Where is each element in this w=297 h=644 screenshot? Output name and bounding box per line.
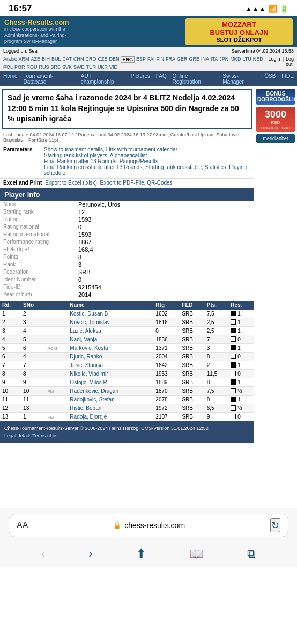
login-links[interactable]: Login | Log out (269, 56, 294, 70)
lang-svk[interactable]: SVK (62, 64, 72, 70)
lang-jpn[interactable]: JPN (219, 56, 228, 63)
starting-rank-link[interactable]: Starting rank list of players (44, 152, 107, 158)
breadcrumb-osb[interactable]: ÖSB (264, 73, 276, 85)
round-cell: 13 (0, 412, 21, 421)
lang-cat[interactable]: CAT (63, 56, 72, 63)
lang-esp[interactable]: ESP (136, 56, 146, 63)
wifi-icon: 📶 (269, 5, 277, 13)
pts-cell: 7,5 (205, 310, 229, 318)
player-name-link[interactable]: Ostojic, Milos R (70, 379, 107, 385)
lang-vie[interactable]: VIE (109, 64, 117, 70)
breadcrumb-swiss-manager[interactable]: Swiss-Manager (222, 73, 258, 85)
lang-ger[interactable]: GER (177, 56, 188, 63)
export-pdf-link[interactable]: Export to PDF-File (100, 180, 144, 186)
lang-srb[interactable]: SRB (51, 64, 61, 70)
lang-rus[interactable]: RUS (39, 64, 49, 70)
server-time: Servertime 04.02.2024 16:58 (232, 48, 294, 54)
lang-fra[interactable]: FRA (166, 56, 175, 63)
forward-button[interactable]: › (88, 547, 92, 561)
player-name-link[interactable]: Radenkovic, Dragan (70, 388, 118, 394)
lang-gre[interactable]: GRE (189, 56, 199, 63)
player-name-link[interactable]: Djuric, Ranko (70, 354, 102, 360)
login-link[interactable]: Login (269, 56, 280, 70)
logout-link[interactable]: Log out (286, 56, 294, 70)
final-ranking-crosstable-link[interactable]: Final Ranking crosstable after 13 Rounds (44, 164, 142, 170)
breadcrumb-aut[interactable]: AUT championship (81, 73, 125, 85)
lang-arabic[interactable]: Arabic (3, 56, 17, 63)
lang-ina[interactable]: INA (201, 56, 209, 63)
player-name-link[interactable]: Radoja, Djordje (70, 414, 107, 420)
lang-pol[interactable]: POL (3, 64, 13, 70)
tournament-calendar-link[interactable]: Link with tournament calendar (106, 147, 177, 152)
ad-side-bonus: BONUS DOBRODOŠLICE (256, 89, 295, 105)
name-cell: Kostic, Dusan B (68, 310, 153, 318)
lang-por[interactable]: POR (14, 64, 25, 70)
export-excel-link[interactable]: Export to Excel (.xlsx) (45, 180, 97, 186)
lang-den[interactable]: DEN (109, 56, 119, 63)
share-button[interactable]: ⬆ (136, 547, 146, 561)
pairings-results-link[interactable]: Pairings/Results (120, 158, 158, 164)
name-cell: Lazic, Aleksa (68, 326, 153, 335)
player-info-row: Points 8 (0, 253, 254, 261)
status-icons: ▲▲▲ 📶 🔋 (245, 5, 288, 13)
footer-legal-link[interactable]: Legal details/Terms of use (4, 433, 61, 438)
lang-ita[interactable]: ITA (211, 56, 218, 63)
statistics-link[interactable]: Statistics (205, 164, 226, 170)
breadcrumb-tournament-database[interactable]: Tournament-Database (23, 73, 75, 85)
lang-links[interactable]: Arabic ARM AZE BIH BUL CAT CHN CRO CZE D… (3, 56, 269, 70)
lang-rou[interactable]: ROU (27, 64, 38, 70)
lang-bul[interactable]: BUL (51, 56, 61, 63)
result-value: 1 (237, 362, 241, 368)
alphabetical-list-link[interactable]: Alphabetical list (110, 152, 147, 158)
battery-icon: 🔋 (280, 5, 288, 13)
starting-rank-crosstable-link[interactable]: Starting rank crosstable (145, 164, 202, 170)
player-name-link[interactable]: Lazic, Aleksa (70, 328, 101, 334)
player-name-link[interactable]: Kostic, Dusan B (70, 311, 108, 317)
breadcrumb-home[interactable]: Home (3, 73, 18, 85)
lang-fin[interactable]: FIN (156, 56, 164, 63)
status-time: 16:57 (9, 3, 32, 14)
qr-codes-link[interactable]: QR-Codes (147, 180, 172, 186)
player-info-row: FIDE rtg +/- 168,4 (0, 246, 254, 253)
fed-cell: SRB (180, 369, 204, 378)
lang-chn[interactable]: CHN (73, 56, 84, 63)
lang-arm[interactable]: ARM (19, 56, 29, 63)
breadcrumb-faq[interactable]: FAQ (156, 73, 167, 85)
back-button[interactable]: ‹ (41, 547, 45, 561)
bookmarks-button[interactable]: 📖 (189, 547, 204, 561)
breadcrumb-online-reg[interactable]: Online Registration (173, 73, 217, 85)
lang-mkd[interactable]: MKD (230, 56, 241, 63)
badge-cell: ACM (46, 343, 68, 352)
player-name-link[interactable]: Novcic, Tomislav (70, 319, 109, 325)
table-row: 9 9 Ostojic, Milos R 1889 SRB 8 1 (0, 378, 254, 386)
player-name-link[interactable]: Nikolic, Vladimir I (70, 371, 111, 377)
lang-fai[interactable]: FAI (147, 56, 155, 63)
lang-tur[interactable]: TUR (86, 64, 96, 70)
lang-eng[interactable]: ENG (121, 56, 135, 63)
player-name-link[interactable]: Radojkovic, Stefan (70, 397, 114, 402)
lang-aze[interactable]: AZE (31, 56, 41, 63)
player-name-link[interactable]: Markovic, Kosta (70, 345, 108, 351)
breadcrumb-fide[interactable]: FIDE (281, 73, 294, 85)
lang-bih[interactable]: BIH (42, 56, 50, 63)
lang-cze[interactable]: CZE (98, 56, 107, 63)
player-name-link[interactable]: Tasic, Stanisa (70, 362, 103, 368)
lang-swe[interactable]: SWE (73, 64, 85, 70)
badge-cell (46, 326, 68, 335)
breadcrumb-pictures[interactable]: Pictures (131, 73, 150, 85)
player-name-link[interactable]: Nadj, Vanja (70, 336, 97, 342)
lang-bar: Arabic ARM AZE BIH BUL CAT CHN CRO CZE D… (0, 55, 297, 71)
tabs-button[interactable]: ⧉ (247, 547, 256, 561)
show-tournament-details-link[interactable]: Show tournament details (44, 147, 103, 152)
name-cell: Novcic, Tomislav (68, 318, 153, 326)
reload-button[interactable]: ↻ (270, 518, 280, 532)
result-value: 1 (237, 397, 241, 402)
res-cell: ½ (228, 404, 254, 412)
lang-cro[interactable]: CRO (85, 56, 96, 63)
lang-ukr[interactable]: UKR (98, 64, 108, 70)
final-ranking-link[interactable]: Final Ranking after 13 Rounds (44, 158, 116, 164)
player-name-link[interactable]: Ristic, Boban (70, 405, 101, 411)
lang-ned[interactable]: NED (253, 56, 263, 63)
signal-icon: ▲▲▲ (245, 5, 266, 13)
lang-ltu[interactable]: LTU (242, 56, 251, 63)
